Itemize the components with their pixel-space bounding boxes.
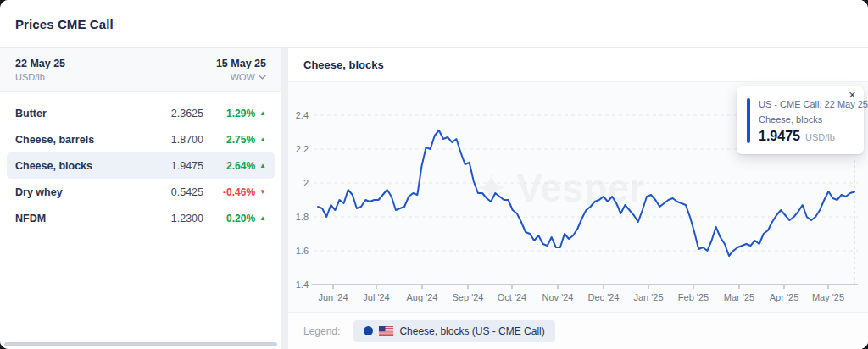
product-name: Butter: [15, 108, 142, 119]
price-value: 1.2300: [142, 213, 203, 224]
change-percent-label: -0.46%: [223, 186, 255, 198]
x-axis-label: Jun '24: [318, 292, 348, 302]
table-header-current: 22 May 25 USD/lb: [15, 58, 65, 82]
prices-table-panel: 22 May 25 USD/lb 15 May 25 WOW Butter2.3…: [0, 48, 281, 349]
horizontal-scrollbar[interactable]: [4, 342, 277, 346]
table-row[interactable]: Cheese, barrels1.87002.75%▲: [7, 126, 275, 152]
table-row[interactable]: Dry whey0.5425-0.46%▼: [7, 179, 275, 205]
x-axis-label: Nov '24: [542, 292, 574, 302]
chart-panel: Cheese, blocks ✦ Vesper 2.42.221.81.61.4…: [288, 48, 868, 349]
tooltip-value: 1.9475: [759, 129, 800, 144]
close-icon[interactable]: ✕: [849, 90, 856, 101]
product-name: Cheese, barrels: [15, 134, 142, 146]
widget-body: 22 May 25 USD/lb 15 May 25 WOW Butter2.3…: [0, 48, 868, 349]
down-triangle-icon: ▼: [259, 189, 266, 196]
change-percent: 2.64%▲: [203, 160, 266, 172]
x-axis-label: Mar '25: [724, 292, 754, 302]
change-percent-label: 2.64%: [226, 160, 255, 172]
y-axis-label: 1.6: [296, 246, 309, 256]
table-header: 22 May 25 USD/lb 15 May 25 WOW: [0, 48, 281, 92]
table-header-previous: 15 May 25 WOW: [216, 58, 266, 82]
price-value: 1.8700: [142, 134, 203, 146]
product-name: NFDM: [15, 213, 142, 224]
y-axis-label: 2: [303, 178, 309, 188]
product-name: Cheese, blocks: [15, 160, 142, 172]
up-triangle-icon: ▲: [259, 215, 266, 222]
chart-header: Cheese, blocks: [288, 48, 868, 82]
current-date-label: 22 May 25: [15, 58, 65, 69]
table-row[interactable]: Cheese, blocks1.94752.64%▲: [7, 152, 275, 179]
change-percent-label: 1.29%: [226, 108, 255, 119]
change-percent: 0.20%▲: [203, 213, 266, 224]
product-name: Dry whey: [15, 186, 142, 198]
change-percent: 1.29%▲: [203, 108, 266, 119]
legend-item-label: Cheese, blocks (US - CME Call): [399, 325, 544, 337]
previous-date-label: 15 May 25: [216, 58, 266, 69]
y-axis-label: 2.4: [296, 110, 309, 120]
price-value: 1.9475: [142, 160, 203, 172]
unit-label: USD/lb: [15, 72, 65, 82]
x-axis-label: May '25: [812, 292, 844, 302]
x-axis-label: Jul '24: [363, 292, 389, 302]
legend-label: Legend:: [303, 325, 340, 337]
x-axis-label: Feb '25: [678, 292, 709, 302]
prices-cme-call-widget: Prices CME Call 22 May 25 USD/lb 15 May …: [0, 0, 868, 349]
wow-dropdown[interactable]: WOW: [216, 72, 266, 82]
legend-bar: Legend: Cheese, blocks (US - CME Cal: [288, 312, 868, 349]
chevron-down-icon: [259, 75, 266, 80]
x-axis-label: Apr '25: [770, 292, 799, 302]
x-axis-label: Jan '25: [633, 292, 663, 302]
price-value: 2.3625: [142, 108, 203, 119]
tooltip-series-date: US - CME Call, 22 May 25: [759, 97, 855, 113]
page-title: Prices CME Call: [15, 17, 114, 31]
tooltip-value-row: 1.9475 USD/lb: [759, 129, 855, 144]
tooltip-product: Cheese, blocks: [759, 113, 855, 128]
tooltip-accent-bar: [747, 98, 750, 143]
up-triangle-icon: ▲: [259, 163, 266, 169]
series-color-dot: [364, 326, 373, 335]
us-flag-icon: [379, 326, 393, 336]
table-row[interactable]: Butter2.36251.29%▲: [7, 100, 275, 126]
panel-divider: [281, 48, 288, 349]
change-percent-label: 0.20%: [226, 213, 255, 224]
chart-area: ✦ Vesper 2.42.221.81.61.4Jun '24Jul '24A…: [288, 82, 868, 312]
y-axis-label: 1.8: [296, 212, 309, 222]
tooltip-unit: USD/lb: [805, 132, 835, 142]
price-value: 0.5425: [142, 186, 203, 198]
x-axis-label: Aug '24: [407, 292, 438, 302]
y-axis-label: 2.2: [296, 144, 309, 154]
change-percent: -0.46%▼: [203, 186, 266, 198]
widget-header: Prices CME Call: [0, 0, 868, 48]
y-axis-label: 1.4: [296, 280, 309, 290]
price-rows-list: Butter2.36251.29%▲Cheese, barrels1.87002…: [0, 92, 281, 231]
x-axis-label: Oct '24: [498, 292, 527, 302]
change-percent-label: 2.75%: [226, 134, 255, 146]
x-axis-label: Sep '24: [453, 292, 484, 302]
up-triangle-icon: ▲: [259, 136, 266, 143]
wow-label: WOW: [231, 72, 255, 82]
up-triangle-icon: ▲: [259, 110, 266, 117]
change-percent: 2.75%▲: [203, 134, 266, 146]
chart-title: Cheese, blocks: [303, 58, 384, 71]
table-row[interactable]: NFDM1.23000.20%▲: [7, 205, 275, 231]
legend-item[interactable]: Cheese, blocks (US - CME Call): [353, 320, 554, 342]
x-axis-label: Dec '24: [588, 292, 620, 302]
chart-tooltip: ✕ US - CME Call, 22 May 25 Cheese, block…: [737, 86, 864, 154]
